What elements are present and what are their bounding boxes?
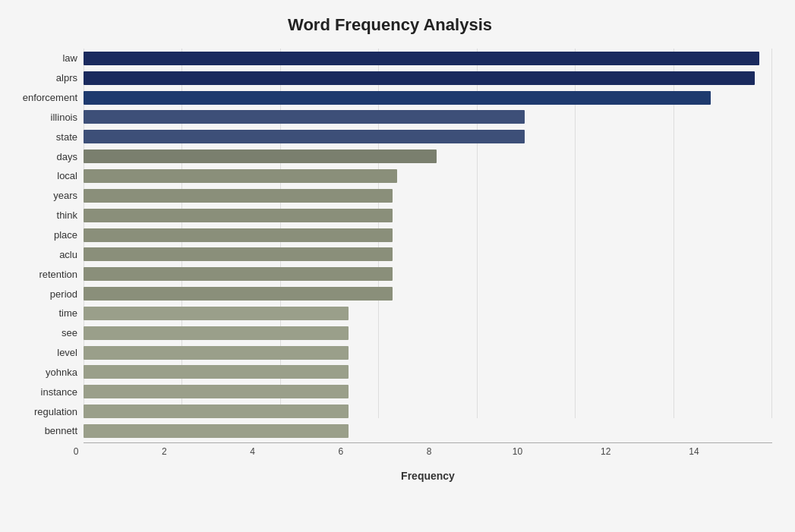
bar bbox=[84, 209, 393, 222]
y-label: local bbox=[8, 166, 77, 186]
bar bbox=[84, 189, 393, 203]
bar bbox=[84, 424, 349, 438]
y-label: days bbox=[8, 146, 77, 166]
bar bbox=[84, 405, 349, 418]
x-tick: 10 bbox=[509, 446, 525, 457]
y-label: regulation bbox=[8, 401, 77, 421]
x-axis: 02468101214Frequency bbox=[84, 442, 772, 465]
y-label: place bbox=[8, 225, 77, 245]
bar-row bbox=[84, 343, 772, 363]
bar bbox=[84, 365, 349, 379]
x-axis-label: Frequency bbox=[401, 470, 455, 482]
bar bbox=[84, 287, 393, 301]
y-label: period bbox=[8, 284, 77, 304]
bar bbox=[84, 91, 711, 105]
y-label: years bbox=[8, 186, 77, 206]
plot-area bbox=[84, 49, 772, 441]
x-tick: 14 bbox=[686, 446, 702, 457]
x-axis-wrapper: 02468101214Frequency bbox=[84, 441, 772, 474]
bar bbox=[84, 247, 393, 261]
bar bbox=[84, 110, 525, 124]
bar-row bbox=[84, 88, 772, 108]
bar bbox=[84, 307, 349, 320]
bar bbox=[84, 228, 393, 242]
bar-row bbox=[84, 421, 772, 441]
bar-row bbox=[84, 323, 772, 343]
y-label: yohnka bbox=[8, 363, 77, 382]
bar-row bbox=[84, 146, 772, 166]
bar bbox=[84, 326, 349, 340]
bar-row bbox=[84, 206, 772, 225]
bar bbox=[84, 52, 759, 65]
y-label: aclu bbox=[8, 244, 77, 264]
x-tick: 8 bbox=[421, 446, 437, 457]
x-tick: 0 bbox=[68, 446, 84, 457]
bar bbox=[84, 150, 437, 163]
bar-row bbox=[84, 401, 772, 421]
bar bbox=[84, 71, 755, 85]
bar-row bbox=[84, 284, 772, 304]
bar-row bbox=[84, 68, 772, 88]
y-label: instance bbox=[8, 382, 77, 401]
bar-row bbox=[84, 166, 772, 186]
y-axis: lawalprsenforcementillinoisstatedaysloca… bbox=[8, 49, 84, 441]
y-label: state bbox=[8, 127, 77, 146]
x-tick: 4 bbox=[245, 446, 260, 457]
bar bbox=[84, 169, 397, 183]
bar bbox=[84, 385, 349, 398]
y-label: think bbox=[8, 206, 77, 225]
y-label: retention bbox=[8, 264, 77, 284]
bar bbox=[84, 346, 349, 360]
y-label: time bbox=[8, 304, 77, 323]
y-label: illinois bbox=[8, 108, 77, 127]
bar-row bbox=[84, 244, 772, 264]
bar-row bbox=[84, 49, 772, 68]
bar-row bbox=[84, 382, 772, 401]
y-label: level bbox=[8, 343, 77, 363]
bar-row bbox=[84, 225, 772, 245]
bar-row bbox=[84, 363, 772, 382]
chart-area: lawalprsenforcementillinoisstatedaysloca… bbox=[8, 49, 772, 474]
bar bbox=[84, 267, 393, 281]
x-tick: 12 bbox=[598, 446, 614, 457]
y-label: bennett bbox=[8, 421, 77, 441]
y-label: law bbox=[8, 49, 77, 68]
x-tick: 6 bbox=[333, 446, 349, 457]
bar-row bbox=[84, 127, 772, 146]
y-label: see bbox=[8, 323, 77, 343]
x-tick: 2 bbox=[156, 446, 172, 457]
chart-title: Word Frequency Analysis bbox=[8, 15, 772, 35]
bar-row bbox=[84, 304, 772, 323]
chart-container: Word Frequency Analysis lawalprsenforcem… bbox=[0, 0, 795, 532]
bar bbox=[84, 130, 525, 143]
bar-row bbox=[84, 264, 772, 284]
bar-row bbox=[84, 108, 772, 127]
y-label: alprs bbox=[8, 68, 77, 88]
y-label: enforcement bbox=[8, 88, 77, 108]
bar-row bbox=[84, 186, 772, 206]
